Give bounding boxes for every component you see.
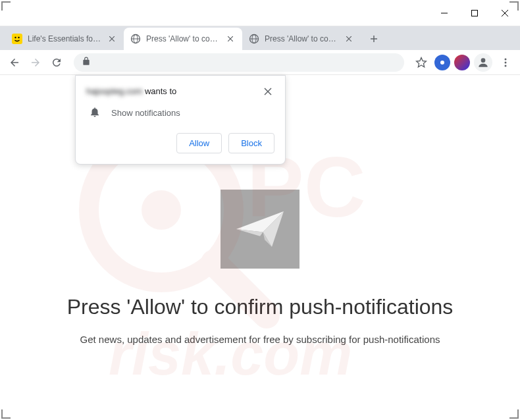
minimize-button[interactable]	[429, 0, 459, 26]
browser-tab[interactable]: Life's Essentials for Effort…	[5, 28, 124, 50]
svg-rect-1	[472, 10, 478, 16]
paper-plane-icon	[221, 190, 299, 269]
permission-label: Show notifications	[111, 108, 180, 118]
bell-icon	[89, 106, 101, 120]
lock-icon	[82, 57, 91, 68]
back-button[interactable]	[5, 53, 24, 72]
allow-button[interactable]: Allow	[176, 133, 222, 153]
window-titlebar	[0, 0, 520, 26]
extension-icon[interactable]	[434, 55, 450, 70]
maximize-button[interactable]	[459, 0, 490, 26]
svg-point-21	[440, 61, 444, 65]
svg-point-25	[505, 65, 507, 66]
svg-point-22	[481, 58, 486, 63]
browser-tab[interactable]: Press 'Allow' to confirm p…	[242, 28, 361, 50]
browser-tab[interactable]: Press 'Allow' to confirm p…	[124, 28, 242, 50]
popup-wants-to: wants to	[145, 86, 176, 96]
svg-point-24	[505, 61, 507, 63]
svg-point-23	[505, 58, 507, 60]
tab-bar: Life's Essentials for Effort… Press 'All…	[0, 26, 520, 50]
profile-button[interactable]	[474, 53, 492, 72]
forward-button[interactable]	[26, 53, 45, 72]
page-subtext: Get news, updates and advertisement for …	[80, 334, 440, 345]
corner-marker	[509, 409, 519, 419]
address-bar[interactable]	[74, 53, 404, 72]
block-button[interactable]: Block	[228, 133, 274, 153]
menu-button[interactable]	[496, 53, 515, 72]
page-heading: Press 'Allow' to confirm push-notificati…	[67, 295, 454, 319]
close-tab-button[interactable]	[225, 34, 236, 44]
corner-marker	[509, 1, 519, 11]
globe-icon	[249, 34, 259, 44]
close-tab-button[interactable]	[344, 34, 354, 44]
bookmark-star-icon[interactable]	[412, 53, 430, 72]
new-tab-button[interactable]	[365, 30, 383, 48]
close-popup-button[interactable]	[264, 86, 274, 97]
smiley-icon	[12, 34, 22, 44]
notification-permission-popup: hajoopteg.com wants to Show notification…	[75, 75, 286, 165]
toolbar	[0, 50, 520, 75]
svg-text:risk.com: risk.com	[109, 321, 352, 387]
tab-title: Press 'Allow' to confirm p…	[265, 34, 340, 43]
svg-point-5	[14, 37, 16, 38]
svg-point-27	[142, 190, 181, 230]
extension-icon[interactable]	[454, 55, 470, 70]
page-content: PC risk.com hajoopteg.com wants to Show …	[0, 75, 520, 420]
popup-site-name: hajoopteg.com	[86, 86, 142, 96]
tab-title: Life's Essentials for Effort…	[28, 34, 103, 43]
tab-title: Press 'Allow' to confirm p…	[146, 34, 221, 43]
popup-title: hajoopteg.com wants to	[86, 86, 176, 96]
close-tab-button[interactable]	[107, 34, 117, 44]
svg-point-6	[18, 37, 19, 38]
corner-marker	[1, 1, 11, 11]
svg-rect-4	[12, 34, 22, 44]
globe-icon	[130, 34, 141, 44]
corner-marker	[1, 409, 11, 419]
reload-button[interactable]	[47, 53, 66, 72]
